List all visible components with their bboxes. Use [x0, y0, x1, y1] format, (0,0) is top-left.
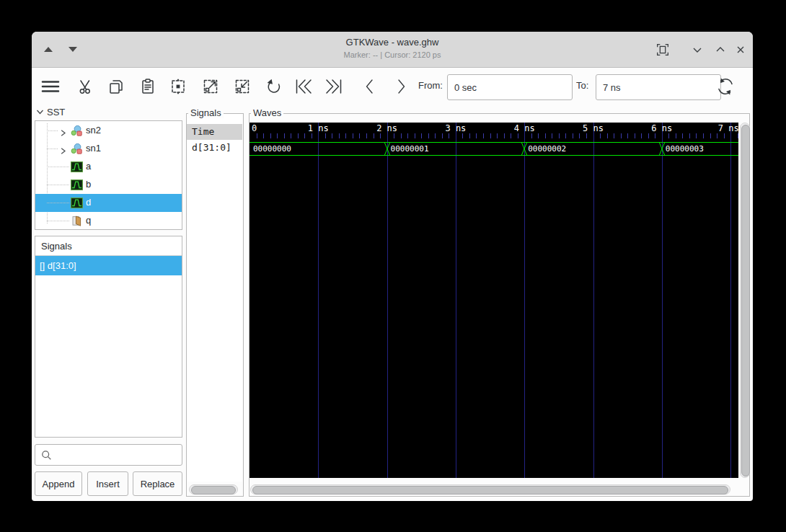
timeline-minor-tick [738, 133, 738, 138]
zoom-out-button[interactable] [231, 76, 254, 97]
timeline-minor-tick [497, 133, 498, 138]
timeline-gridline [662, 123, 663, 478]
waves-hscrollbar-thumb[interactable] [252, 486, 728, 495]
window-title: GTKWave - wave.ghw [32, 37, 753, 48]
timeline-minor-tick [490, 133, 491, 138]
tree-item-sn2[interactable]: sn2 [35, 122, 182, 140]
go-last-button[interactable] [323, 76, 346, 97]
timeline-gridline [456, 123, 456, 478]
timeline-minor-tick [284, 133, 285, 138]
tree-item-d[interactable]: d [35, 194, 182, 212]
toolbar: From: To: [32, 68, 753, 105]
tree-connector-stub [47, 167, 69, 167]
insert-button[interactable]: Insert [87, 471, 128, 496]
expander-chevron-right-icon[interactable] [59, 127, 67, 140]
timeline-minor-tick [724, 133, 725, 138]
wave-bus-segment[interactable]: 00000002 [524, 142, 662, 156]
timeline-minor-tick [504, 133, 505, 138]
timeline-minor-tick [442, 133, 443, 138]
skip-to-end-icon [324, 77, 345, 96]
wave-value: 00000000 [253, 143, 291, 155]
tree-item-label: b [86, 179, 91, 190]
menu-button[interactable] [39, 76, 62, 97]
close-button[interactable] [730, 32, 751, 67]
wave-bus-segment[interactable]: 00000003 [662, 142, 738, 156]
timeline-minor-tick [614, 133, 614, 138]
signals-list-item[interactable]: [] d[31:0] [35, 256, 182, 275]
timeline-minor-tick [401, 133, 402, 138]
wave-bus-segment[interactable]: 00000001 [387, 142, 525, 156]
tree-item-sn1[interactable]: sn1 [35, 140, 182, 158]
tree-connector-stub [47, 221, 69, 221]
go-next-button[interactable] [389, 76, 412, 97]
signals-hscrollbar-thumb[interactable] [191, 486, 236, 495]
copy-button[interactable] [105, 76, 128, 97]
cut-button[interactable] [74, 76, 97, 97]
undo-button[interactable] [262, 76, 285, 97]
zoom-in-button[interactable] [199, 76, 222, 97]
timeline-minor-tick [518, 133, 518, 138]
timeline-minor-tick [380, 133, 381, 138]
zoom-in-icon [201, 77, 220, 96]
wave-bus-segment[interactable]: 00000000 [250, 142, 387, 156]
wave-transition-icon [521, 142, 527, 156]
tree-item-q[interactable]: q [35, 212, 182, 230]
chevron-left-icon [361, 77, 379, 96]
timeline-minor-tick [648, 133, 649, 138]
timeline-minor-tick [339, 133, 340, 138]
sst-label: SST [47, 107, 65, 118]
go-previous-button[interactable] [358, 76, 381, 97]
paste-button[interactable] [136, 76, 159, 97]
expander-chevron-right-icon[interactable] [59, 145, 67, 158]
cut-icon [76, 77, 95, 96]
maximize-button[interactable] [710, 32, 731, 67]
timeline-minor-tick [689, 133, 690, 138]
from-input[interactable] [447, 74, 573, 100]
signals-list-panel[interactable]: Signals [] d[31:0] [35, 236, 182, 438]
copy-icon [107, 77, 125, 96]
waves-hscrollbar[interactable] [250, 484, 730, 495]
timeline-gridline [318, 123, 319, 478]
fullscreen-button[interactable] [652, 32, 674, 67]
timeline-minor-tick [421, 133, 422, 138]
wave-canvas[interactable]: 01 ns2 ns3 ns4 ns5 ns6 ns7 ns00000000000… [250, 123, 738, 478]
timeline-minor-tick [332, 133, 332, 138]
wave-transition-icon [659, 142, 665, 156]
time-column-header[interactable]: Time [187, 124, 242, 140]
gtkwave-window: GTKWave - wave.ghw Marker: -- | Cursor: … [32, 32, 753, 501]
fullscreen-icon [655, 42, 671, 58]
signal-search-box[interactable] [35, 444, 182, 466]
titlebar[interactable]: GTKWave - wave.ghw Marker: -- | Cursor: … [32, 32, 753, 68]
timeline-minor-tick [621, 133, 622, 138]
signal-name-cell[interactable]: d[31:0] [187, 140, 242, 156]
tree-item-b[interactable]: b [35, 176, 182, 194]
append-button[interactable]: Append [35, 471, 82, 496]
timeline-minor-tick [263, 133, 264, 138]
chevron-down-icon [36, 108, 44, 116]
hierarchy-icon [71, 125, 83, 140]
wave-value: 00000002 [528, 143, 566, 155]
timeline-minor-tick [483, 133, 484, 138]
zoom-fit-button[interactable] [167, 76, 190, 97]
reload-button[interactable] [714, 76, 737, 97]
signal-search-input[interactable] [56, 446, 181, 465]
minimize-button[interactable] [686, 32, 708, 67]
signals-hscrollbar[interactable] [189, 484, 238, 495]
tree-connector-stub [47, 203, 69, 203]
signals-list-header: Signals [35, 236, 182, 256]
tree-item-a[interactable]: a [35, 158, 182, 176]
go-first-button[interactable] [291, 76, 314, 97]
waves-vscrollbar-thumb[interactable] [741, 125, 750, 476]
replace-button[interactable]: Replace [133, 471, 182, 496]
sst-section-header[interactable]: SST [36, 107, 65, 118]
timeline-minor-tick [277, 133, 278, 138]
sst-tree[interactable]: sn2sn1abdq [35, 120, 182, 230]
waves-vscrollbar[interactable] [740, 123, 750, 478]
timeline-minor-tick [538, 133, 539, 138]
timeline-label: 7 ns [718, 123, 738, 133]
timeline-minor-tick [312, 133, 312, 138]
to-input[interactable] [596, 74, 721, 100]
timeline-label: 3 ns [445, 123, 466, 133]
port-icon [71, 215, 83, 230]
splitter-right[interactable] [244, 107, 248, 497]
